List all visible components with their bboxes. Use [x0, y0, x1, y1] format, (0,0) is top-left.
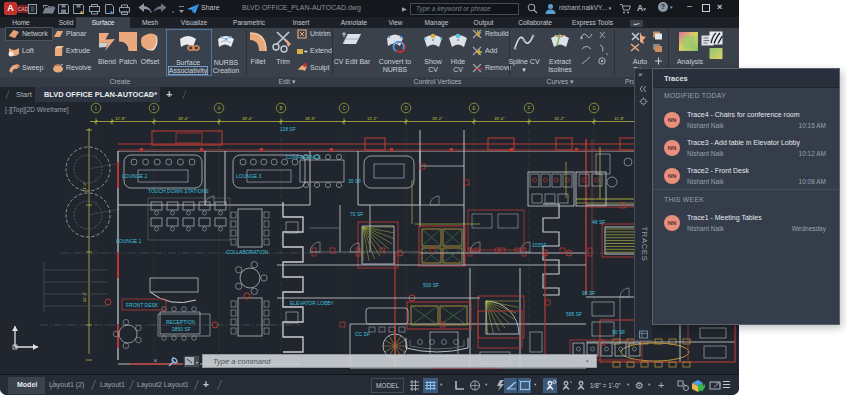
- svg-text:70 SF: 70 SF: [350, 211, 363, 217]
- svg-text:18'-9": 18'-9": [305, 116, 316, 121]
- svg-text:11'-8": 11'-8": [614, 116, 625, 121]
- svg-text:13'-2": 13'-2": [367, 116, 378, 121]
- svg-text:16'-2": 16'-2": [554, 116, 565, 121]
- svg-text:18'-0": 18'-0": [178, 116, 189, 121]
- svg-text:LOUNGE 2: LOUNGE 2: [122, 173, 148, 179]
- svg-text:E: E: [472, 106, 475, 111]
- svg-text:ELEVATOR LOBBY: ELEVATOR LOBBY: [290, 300, 335, 306]
- svg-text:118 SF: 118 SF: [280, 126, 296, 132]
- svg-text:G: G: [592, 106, 596, 111]
- svg-text:2: 2: [152, 106, 155, 111]
- svg-text:C: C: [342, 106, 346, 111]
- svg-text:18'-0": 18'-0": [494, 116, 505, 121]
- svg-text:[-][Top][2D Wireframe]: [-][Top][2D Wireframe]: [5, 106, 69, 114]
- svg-text:A: A: [217, 106, 220, 111]
- svg-text:D: D: [404, 106, 408, 111]
- svg-text:48 SF: 48 SF: [592, 219, 605, 225]
- svg-text:LOUNGE 3: LOUNGE 3: [236, 173, 262, 179]
- svg-text:30 SF: 30 SF: [348, 178, 361, 184]
- svg-text:COLLABORATION: COLLABORATION: [226, 249, 269, 255]
- svg-text:2850 SF: 2850 SF: [172, 326, 191, 332]
- svg-text:500 SF: 500 SF: [423, 282, 439, 288]
- svg-text:12'-8": 12'-8": [115, 116, 126, 121]
- svg-text:1: 1: [94, 106, 97, 111]
- svg-text:103SF: 103SF: [532, 242, 547, 248]
- svg-text:595 SF: 595 SF: [566, 311, 582, 317]
- svg-text:CONFERENCE: CONFERENCE: [286, 154, 322, 160]
- svg-text:90 SF: 90 SF: [612, 329, 625, 335]
- svg-text:LOUNGE 1: LOUNGE 1: [116, 238, 142, 244]
- svg-text:CC SF: CC SF: [355, 331, 370, 337]
- svg-text:98 SF: 98 SF: [582, 290, 595, 296]
- svg-text:RECEPTION: RECEPTION: [166, 319, 196, 325]
- svg-text:18'-2": 18'-2": [432, 116, 443, 121]
- svg-text:18'-0": 18'-0": [242, 116, 253, 121]
- svg-text:24'-0": 24'-0": [82, 291, 87, 302]
- svg-text:F: F: [527, 106, 530, 111]
- svg-text:TOUCH DOWN STATIONS: TOUCH DOWN STATIONS: [148, 188, 209, 194]
- svg-text:FRONT DESK: FRONT DESK: [126, 302, 159, 308]
- svg-text:B: B: [279, 106, 282, 111]
